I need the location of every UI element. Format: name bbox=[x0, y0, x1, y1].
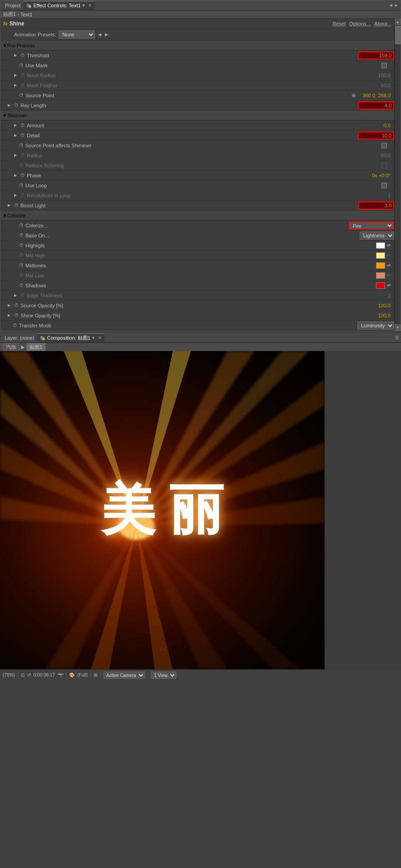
highlights-stopwatch[interactable]: ⏱ bbox=[19, 243, 24, 248]
shadows-color-swatch[interactable] bbox=[376, 282, 385, 289]
comp-tab-close[interactable]: ✕ bbox=[98, 336, 102, 340]
mask-feather-expand[interactable]: ▶ bbox=[14, 83, 19, 87]
tab-project[interactable]: Project bbox=[2, 1, 23, 10]
boost-light-expand[interactable]: ▶ bbox=[8, 203, 12, 207]
detail-expand[interactable]: ▶ bbox=[14, 133, 19, 137]
base-on-stopwatch[interactable]: ⏱ bbox=[19, 233, 24, 238]
colorize-dropdown[interactable]: Fire bbox=[349, 221, 394, 230]
sp-shimmer-checkbox[interactable] bbox=[381, 143, 387, 148]
transfer-mode-dropdown[interactable]: Luminosity bbox=[357, 321, 394, 330]
presets-nav-arrows[interactable]: ◄ ► bbox=[97, 31, 109, 38]
comp-composition-tab[interactable]: 🎭 Composition: 贴图1 ▼ ✕ bbox=[37, 333, 104, 342]
reduce-flickering-checkbox[interactable] bbox=[381, 163, 387, 168]
mask-radius-expand[interactable]: ▶ bbox=[14, 73, 19, 77]
shadows-color-arrow[interactable]: ⇌ bbox=[387, 283, 391, 288]
about-button[interactable]: About... bbox=[374, 21, 391, 26]
highlights-color-arrow[interactable]: ⇌ bbox=[387, 243, 391, 248]
mid-high-color-swatch[interactable] bbox=[376, 252, 385, 259]
comp-layer-tab[interactable]: Layer: (none) bbox=[2, 333, 37, 342]
midtones-stopwatch[interactable]: ⏱ bbox=[19, 263, 24, 268]
highlights-color-swatch[interactable] bbox=[376, 242, 385, 249]
boost-light-stopwatch[interactable]: ⏱ bbox=[14, 203, 19, 208]
revolutions-expand[interactable]: ▶ bbox=[14, 193, 19, 197]
edge-thickness-expand[interactable]: ▶ bbox=[14, 293, 19, 297]
fit-button[interactable]: ⊡ bbox=[21, 672, 25, 677]
shine-opacity-value[interactable]: 100.0 bbox=[358, 313, 394, 318]
tab-nav-arrows[interactable]: ◄ ► bbox=[388, 3, 399, 8]
animation-presets-dropdown[interactable]: None bbox=[59, 30, 95, 39]
reduce-flickering-stopwatch[interactable]: ⏱ bbox=[19, 163, 24, 168]
mask-radius-stopwatch[interactable]: ⏱ bbox=[20, 73, 25, 78]
source-point-value[interactable]: 360.0, 288.0 bbox=[358, 93, 394, 98]
reset-button[interactable]: Reset bbox=[332, 21, 346, 26]
sp-shimmer-stopwatch[interactable]: ⏱ bbox=[19, 143, 24, 148]
mid-low-stopwatch[interactable]: ⏱ bbox=[19, 273, 24, 278]
mid-low-color-arrow[interactable]: ⇌ bbox=[387, 273, 391, 278]
mid-high-stopwatch[interactable]: ⏱ bbox=[19, 253, 24, 258]
grid-button[interactable]: ⊞ bbox=[94, 672, 97, 677]
source-point-crosshair[interactable]: ⊕ bbox=[351, 92, 356, 99]
base-on-dropdown[interactable]: Lightness bbox=[360, 231, 394, 240]
comp-crumb-2[interactable]: 贴图1 bbox=[26, 343, 45, 351]
tab-dropdown-arrow[interactable]: ▼ bbox=[81, 3, 85, 8]
amount-value[interactable]: 0.0 bbox=[358, 123, 394, 128]
ray-length-value[interactable]: 4.0 bbox=[358, 101, 394, 110]
comp-crumb-1[interactable]: 汽泡 bbox=[3, 343, 19, 351]
comp-tab-dropdown[interactable]: ▼ bbox=[91, 336, 95, 340]
camera-button[interactable]: 📷 bbox=[58, 672, 63, 677]
phase-value[interactable]: 0x +0.0° bbox=[358, 173, 394, 178]
colorize-stopwatch[interactable]: ⏱ bbox=[19, 223, 24, 228]
mid-high-color-arrow[interactable]: ⇌ bbox=[387, 253, 391, 258]
pre-process-section-header[interactable]: ▼ Pre-Process bbox=[0, 40, 394, 50]
revolutions-value[interactable]: 1 bbox=[358, 193, 394, 198]
color-button[interactable]: 🎨 bbox=[69, 672, 75, 677]
midtones-color-swatch[interactable] bbox=[376, 262, 385, 269]
view-count-dropdown[interactable]: 1 View bbox=[151, 672, 176, 679]
edge-thickness-stopwatch[interactable]: ⏱ bbox=[20, 293, 25, 298]
scrollbar-thumb[interactable] bbox=[395, 26, 401, 44]
use-loop-stopwatch[interactable]: ⏱ bbox=[19, 183, 24, 188]
threshold-expand[interactable]: ▶ bbox=[14, 53, 19, 57]
camera-view-dropdown[interactable]: Active Camera bbox=[103, 672, 145, 679]
amount-stopwatch[interactable]: ⏱ bbox=[20, 123, 25, 128]
boost-light-value[interactable]: 3.0 bbox=[358, 201, 394, 210]
midtones-color-arrow[interactable]: ⇌ bbox=[387, 263, 391, 268]
scroll-down-button[interactable]: ▼ bbox=[395, 324, 401, 331]
options-button[interactable]: Options... bbox=[349, 21, 371, 26]
tab-close-button[interactable]: ✕ bbox=[88, 3, 92, 8]
mask-feather-stopwatch[interactable]: ⏱ bbox=[20, 83, 25, 88]
use-mask-stopwatch[interactable]: ⏱ bbox=[19, 63, 24, 68]
timecode-display[interactable]: 0:00:06:17 bbox=[34, 672, 55, 677]
shine-opacity-stopwatch[interactable]: ⏱ bbox=[14, 313, 19, 318]
radius-value[interactable]: 80.0 bbox=[358, 153, 394, 158]
shimmer-section-header[interactable]: ▼ Shimmer bbox=[0, 110, 394, 120]
detail-stopwatch[interactable]: ⏱ bbox=[20, 133, 25, 138]
use-mask-checkbox[interactable] bbox=[381, 63, 387, 68]
detail-value[interactable]: 10.0 bbox=[358, 131, 394, 140]
use-loop-checkbox[interactable] bbox=[381, 183, 387, 188]
tab-effect-controls[interactable]: 🎭 Effect Controls: Text1 ▼ ✕ bbox=[23, 1, 95, 10]
mask-feather-value[interactable]: 50.0 bbox=[358, 83, 394, 88]
amount-expand[interactable]: ▶ bbox=[14, 123, 19, 127]
loop-button[interactable]: ↺ bbox=[27, 672, 31, 677]
scrollbar[interactable]: ▲ ▼ bbox=[394, 19, 401, 331]
colorize-section-header[interactable]: ▼ Colorize bbox=[0, 211, 394, 221]
comp-tab-arrows[interactable]: ☰ bbox=[395, 335, 399, 340]
radius-stopwatch[interactable]: ⏱ bbox=[20, 153, 25, 158]
mid-low-color-swatch[interactable] bbox=[376, 272, 385, 279]
mask-radius-value[interactable]: 100.0 bbox=[358, 73, 394, 78]
phase-stopwatch[interactable]: ⏱ bbox=[20, 173, 25, 178]
edge-thickness-value[interactable]: 1 bbox=[358, 293, 394, 298]
shine-opacity-expand[interactable]: ▶ bbox=[8, 313, 12, 317]
source-opacity-stopwatch[interactable]: ⏱ bbox=[14, 303, 19, 308]
threshold-value[interactable]: 159.0 bbox=[358, 51, 394, 60]
source-point-stopwatch[interactable]: ⏱ bbox=[19, 93, 24, 98]
ray-length-expand[interactable]: ▶ bbox=[8, 103, 12, 107]
source-opacity-expand[interactable]: ▶ bbox=[8, 303, 12, 307]
radius-expand[interactable]: ▶ bbox=[14, 153, 19, 157]
scroll-up-button[interactable]: ▲ bbox=[395, 19, 401, 25]
threshold-stopwatch[interactable]: ⏱ bbox=[20, 53, 25, 58]
source-opacity-value[interactable]: 100.0 bbox=[358, 303, 394, 308]
transfer-mode-stopwatch[interactable]: ⏱ bbox=[12, 323, 18, 328]
ray-length-stopwatch[interactable]: ⏱ bbox=[14, 103, 19, 108]
